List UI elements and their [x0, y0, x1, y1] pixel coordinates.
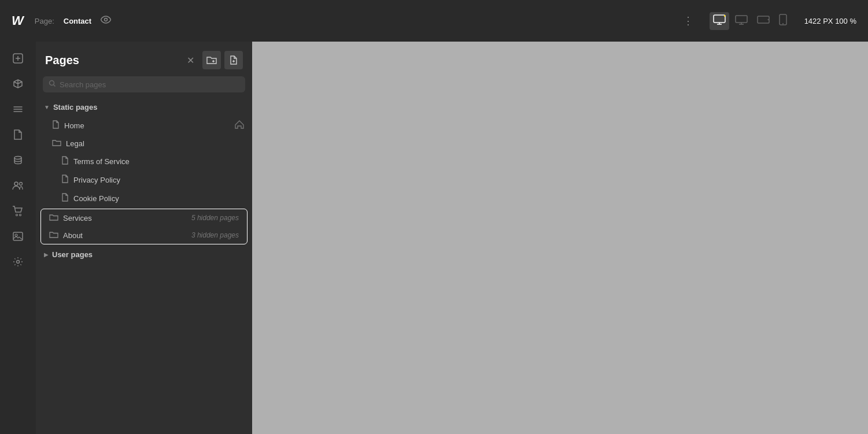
add-element-button[interactable]: [6, 46, 30, 71]
device-mobile-button[interactable]: [775, 12, 791, 31]
svg-point-9: [14, 182, 18, 186]
svg-point-15: [17, 261, 20, 264]
app-logo: W: [12, 13, 23, 28]
database-icon-button[interactable]: [6, 148, 30, 172]
settings-icon-button[interactable]: [6, 250, 30, 274]
svg-point-11: [16, 214, 18, 216]
search-icon: [49, 80, 56, 89]
pages-panel: Pages ✕: [36, 42, 252, 434]
svg-point-6: [782, 23, 784, 24]
page-cookie-doc-icon: [61, 193, 69, 203]
device-tablet-landscape-button[interactable]: [754, 12, 773, 30]
pages-panel-actions: [202, 51, 243, 69]
visibility-icon[interactable]: [101, 16, 111, 26]
svg-point-16: [50, 81, 54, 86]
svg-rect-13: [13, 232, 23, 240]
search-container: [43, 76, 245, 92]
topbar: W Page: Contact ⋮: [0, 0, 868, 42]
app-wrapper: W Page: Contact ⋮: [0, 0, 868, 434]
add-page-button[interactable]: [224, 51, 243, 69]
canvas-area: [252, 42, 868, 434]
page-name: Contact: [64, 17, 91, 25]
page-item-cookie[interactable]: Cookie Policy: [36, 189, 252, 207]
svg-point-4: [767, 19, 769, 20]
folder-icon-legal: [52, 139, 61, 148]
page-item-tos[interactable]: Terms of Service: [36, 152, 252, 170]
icon-sidebar: [0, 42, 36, 434]
services-hidden-pages-label: 5 hidden pages: [191, 214, 239, 222]
home-indicator-icon: [235, 120, 244, 131]
svg-rect-3: [758, 16, 769, 23]
search-input[interactable]: [60, 80, 239, 89]
about-hidden-pages-label: 3 hidden pages: [191, 231, 239, 239]
layers-icon-button[interactable]: [6, 97, 30, 121]
highlighted-group: Services 5 hidden pages About 3 hidden p…: [40, 209, 248, 244]
svg-point-10: [20, 183, 23, 186]
add-folder-button[interactable]: [202, 51, 221, 69]
cube-icon-button[interactable]: [6, 72, 30, 96]
static-pages-section-header[interactable]: ▼ Static pages: [36, 98, 252, 116]
pages-close-button[interactable]: ✕: [183, 54, 198, 67]
page-privacy-doc-icon: [61, 175, 69, 185]
device-wide-button[interactable]: [732, 12, 751, 30]
folder-icon-about: [49, 231, 58, 240]
svg-point-8: [14, 157, 21, 159]
page-item-home[interactable]: Home: [36, 116, 252, 135]
cart-icon-button[interactable]: [6, 199, 30, 223]
folder-item-legal[interactable]: Legal: [36, 135, 252, 152]
page-cookie-name: Cookie Policy: [73, 194, 244, 203]
users-icon-button[interactable]: [6, 173, 30, 198]
user-pages-chevron: ▶: [44, 251, 49, 258]
static-pages-chevron: ▼: [44, 104, 50, 110]
static-pages-label: Static pages: [53, 103, 98, 112]
svg-point-12: [20, 214, 21, 216]
folder-item-about[interactable]: About 3 hidden pages: [41, 227, 247, 244]
folder-legal-name: Legal: [66, 139, 244, 148]
folder-services-name: Services: [63, 214, 187, 222]
pages-panel-title: Pages: [45, 54, 179, 67]
page-item-privacy[interactable]: Privacy Policy: [36, 170, 252, 189]
pages-icon-button[interactable]: [6, 123, 30, 147]
user-pages-label: User pages: [52, 250, 93, 259]
search-wrapper: [36, 76, 252, 98]
page-tos-doc-icon: [61, 156, 69, 166]
canvas-size-display: 1422 PX 100 %: [804, 17, 856, 25]
folder-about-name: About: [63, 231, 187, 240]
device-desktop-button[interactable]: [710, 12, 729, 30]
page-label: Page:: [35, 17, 54, 25]
page-home-name: Home: [64, 121, 230, 130]
page-privacy-name: Privacy Policy: [73, 176, 244, 184]
page-tos-name: Terms of Service: [73, 157, 244, 166]
user-pages-section-header[interactable]: ▶ User pages: [36, 246, 252, 264]
pages-list: ▼ Static pages Home: [36, 98, 252, 434]
svg-rect-2: [736, 16, 747, 23]
folder-item-services[interactable]: Services 5 hidden pages: [41, 209, 247, 227]
svg-rect-1: [714, 15, 725, 23]
media-icon-button[interactable]: [6, 224, 30, 248]
page-doc-icon: [52, 120, 60, 131]
folder-icon-services: [49, 213, 58, 222]
main-area: Pages ✕: [0, 42, 868, 434]
svg-point-0: [105, 18, 108, 21]
device-switcher: [710, 12, 791, 31]
pages-panel-header: Pages ✕: [36, 42, 252, 76]
topbar-menu-button[interactable]: ⋮: [683, 14, 693, 27]
